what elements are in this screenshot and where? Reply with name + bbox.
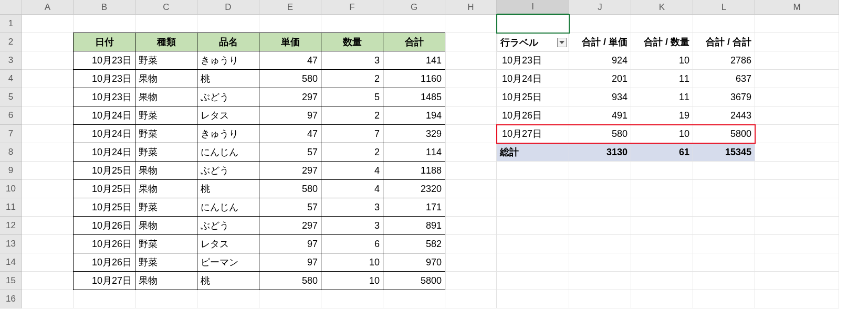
cell-G1[interactable] [383, 15, 445, 33]
src-cell-r2-c2[interactable]: ぶどう [197, 88, 259, 106]
col-head-K[interactable]: K [631, 0, 693, 15]
col-head-G[interactable]: G [383, 0, 445, 15]
src-cell-r4-c3[interactable]: 47 [259, 124, 321, 143]
src-cell-r5-c5[interactable]: 114 [383, 143, 445, 162]
col-head-C[interactable]: C [135, 0, 197, 15]
cell-H1[interactable] [445, 15, 497, 33]
pivot-val-r1-c2[interactable]: 637 [693, 70, 755, 88]
src-cell-r6-c0[interactable]: 10月25日 [73, 161, 135, 180]
cell-H3[interactable] [445, 51, 497, 70]
cell-L16[interactable] [693, 290, 755, 308]
src-cell-r8-c2[interactable]: にんじん [197, 198, 259, 217]
src-cell-r1-c4[interactable]: 2 [321, 69, 383, 88]
src-cell-r11-c2[interactable]: ピーマン [197, 253, 259, 272]
cell-M16[interactable] [755, 290, 839, 308]
cell-E1[interactable] [259, 15, 321, 33]
cell-F1[interactable] [321, 15, 383, 33]
src-cell-r0-c5[interactable]: 141 [383, 51, 445, 70]
row-head-15[interactable]: 15 [0, 272, 22, 290]
cell-I15[interactable] [497, 272, 569, 290]
src-cell-r0-c4[interactable]: 3 [321, 51, 383, 70]
src-cell-r6-c4[interactable]: 4 [321, 161, 383, 180]
pivot-row-label-3[interactable]: 10月26日 [497, 106, 569, 125]
cell-A14[interactable] [22, 253, 74, 272]
src-cell-r1-c3[interactable]: 580 [259, 69, 321, 88]
col-head-H[interactable]: H [445, 0, 497, 15]
col-head-B[interactable]: B [74, 0, 135, 15]
cell-H7[interactable] [445, 125, 497, 143]
cell-H12[interactable] [445, 217, 497, 235]
src-cell-r7-c4[interactable]: 4 [321, 179, 383, 198]
src-cell-r6-c1[interactable]: 果物 [135, 161, 197, 180]
row-head-1[interactable]: 1 [0, 15, 22, 33]
src-cell-r10-c2[interactable]: レタス [197, 234, 259, 253]
src-header-3[interactable]: 単価 [259, 33, 321, 51]
cell-M3[interactable] [755, 51, 839, 70]
cell-L11[interactable] [693, 198, 755, 217]
src-cell-r4-c2[interactable]: きゅうり [197, 124, 259, 143]
cell-L12[interactable] [693, 217, 755, 235]
src-cell-r11-c1[interactable]: 野菜 [135, 253, 197, 272]
pivot-val-r4-c1[interactable]: 10 [631, 125, 693, 143]
cell-I11[interactable] [497, 198, 569, 217]
cell-A6[interactable] [22, 106, 74, 125]
cell-M5[interactable] [755, 88, 839, 106]
row-head-4[interactable]: 4 [0, 70, 22, 88]
src-cell-r6-c2[interactable]: ぶどう [197, 161, 259, 180]
src-cell-r2-c5[interactable]: 1485 [383, 88, 445, 106]
src-cell-r4-c4[interactable]: 7 [321, 124, 383, 143]
cell-F16[interactable] [321, 290, 383, 308]
src-cell-r5-c3[interactable]: 57 [259, 143, 321, 162]
cell-K9[interactable] [631, 162, 693, 180]
src-cell-r1-c0[interactable]: 10月23日 [73, 69, 135, 88]
src-cell-r10-c4[interactable]: 6 [321, 234, 383, 253]
row-head-5[interactable]: 5 [0, 88, 22, 106]
pivot-val-r0-c2[interactable]: 2786 [693, 51, 755, 70]
src-cell-r10-c1[interactable]: 野菜 [135, 234, 197, 253]
src-cell-r10-c5[interactable]: 582 [383, 234, 445, 253]
cell-E16[interactable] [259, 290, 321, 308]
cell-L14[interactable] [693, 253, 755, 272]
cell-H15[interactable] [445, 272, 497, 290]
cell-I16[interactable] [497, 290, 569, 308]
src-cell-r3-c4[interactable]: 2 [321, 106, 383, 125]
pivot-val-r2-c0[interactable]: 934 [569, 88, 631, 106]
src-header-4[interactable]: 数量 [321, 33, 383, 51]
cell-M14[interactable] [755, 253, 839, 272]
src-cell-r3-c1[interactable]: 野菜 [135, 106, 197, 125]
cell-H16[interactable] [445, 290, 497, 308]
src-cell-r2-c4[interactable]: 5 [321, 88, 383, 106]
pivot-row-label-2[interactable]: 10月25日 [497, 88, 569, 106]
src-header-1[interactable]: 種類 [135, 33, 197, 51]
pivot-row-label-dropdown[interactable] [557, 38, 567, 47]
col-head-A[interactable]: A [22, 0, 74, 15]
row-head-16[interactable]: 16 [0, 290, 22, 308]
src-cell-r7-c0[interactable]: 10月25日 [73, 179, 135, 198]
cell-D16[interactable] [197, 290, 259, 308]
src-cell-r0-c2[interactable]: きゅうり [197, 51, 259, 70]
src-cell-r6-c5[interactable]: 1188 [383, 161, 445, 180]
cell-H11[interactable] [445, 198, 497, 217]
src-cell-r5-c0[interactable]: 10月24日 [73, 143, 135, 162]
cell-K11[interactable] [631, 198, 693, 217]
src-cell-r9-c4[interactable]: 3 [321, 216, 383, 235]
src-header-5[interactable]: 合計 [383, 33, 445, 51]
cell-M6[interactable] [755, 106, 839, 125]
cell-B1[interactable] [74, 15, 135, 33]
src-cell-r9-c3[interactable]: 297 [259, 216, 321, 235]
src-cell-r0-c1[interactable]: 野菜 [135, 51, 197, 70]
src-cell-r3-c3[interactable]: 97 [259, 106, 321, 125]
pivot-grand-val-2[interactable]: 15345 [693, 143, 755, 162]
row-head-10[interactable]: 10 [0, 180, 22, 198]
pivot-val-r3-c2[interactable]: 2443 [693, 106, 755, 125]
cell-K16[interactable] [631, 290, 693, 308]
pivot-val-r3-c1[interactable]: 19 [631, 106, 693, 125]
pivot-grand-val-1[interactable]: 61 [631, 143, 693, 162]
src-cell-r3-c0[interactable]: 10月24日 [73, 106, 135, 125]
src-cell-r0-c3[interactable]: 47 [259, 51, 321, 70]
cell-M10[interactable] [755, 180, 839, 198]
cell-A8[interactable] [22, 143, 74, 162]
pivot-value-header-0[interactable]: 合計 / 単価 [569, 33, 631, 51]
cell-B16[interactable] [74, 290, 135, 308]
cell-J11[interactable] [569, 198, 631, 217]
